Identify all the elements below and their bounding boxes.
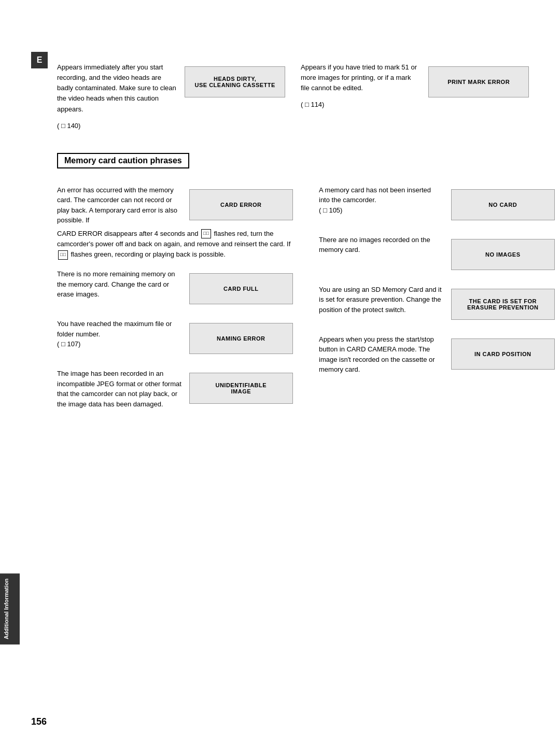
right-column: A memory card has not been inserted into…: [314, 185, 555, 419]
unidentifiable-box: UNIDENTIFIABLE IMAGE: [189, 373, 293, 404]
print-mark-text: Appears if you have tried to mark 51 or …: [301, 62, 421, 117]
card-error-text-top: An error has occurred with the memory ca…: [57, 185, 182, 225]
left-column: An error has occurred with the memory ca…: [57, 185, 298, 419]
card-full-box-area: CARD FULL: [189, 269, 293, 308]
card-full-text: There is no more remaining memory on the…: [57, 269, 182, 300]
in-card-position-entry: Appears when you press the start/stop bu…: [319, 334, 555, 375]
erasure-prevention-entry: You are using an SD Memory Card and it i…: [319, 285, 555, 324]
page: Additional Information E Appears immedia…: [0, 0, 560, 748]
erasure-prevention-box-area: THE CARD IS SET FOR ERASURE PREVENTION: [451, 285, 555, 324]
in-card-position-text: Appears when you press the start/stop bu…: [319, 334, 444, 375]
naming-error-entry: You have reached the maximum file or fol…: [57, 319, 293, 358]
section-heading: Memory card caution phrases: [57, 153, 189, 168]
heads-dirty-text: Appears immediately after you start reco…: [57, 62, 177, 137]
no-images-entry: There are no images recorded on the memo…: [319, 235, 555, 274]
erasure-prevention-text: You are using an SD Memory Card and it i…: [319, 285, 444, 315]
no-images-text: There are no images recorded on the memo…: [319, 235, 444, 255]
no-images-box-area: NO IMAGES: [451, 235, 555, 274]
no-card-entry: A memory card has not been inserted into…: [319, 185, 555, 224]
card-error-text-bottom: CARD ERROR disappears after 4 seconds an…: [57, 229, 293, 260]
card-error-box-area: CARD ERROR: [189, 185, 293, 224]
card-error-box: CARD ERROR: [189, 189, 293, 220]
no-card-text: A memory card has not been inserted into…: [319, 185, 444, 216]
naming-error-box: NAMING ERROR: [189, 323, 293, 354]
card-full-box: CARD FULL: [189, 273, 293, 304]
no-images-box: NO IMAGES: [451, 239, 555, 270]
erasure-prevention-box: THE CARD IS SET FOR ERASURE PREVENTION: [451, 289, 555, 320]
naming-error-box-area: NAMING ERROR: [189, 319, 293, 358]
heads-dirty-box-area: HEADS DIRTY, USE CLEANING CASSETTE: [185, 62, 285, 102]
unidentifiable-box-area: UNIDENTIFIABLE IMAGE: [189, 369, 293, 408]
heads-dirty-box: HEADS DIRTY, USE CLEANING CASSETTE: [185, 66, 285, 97]
no-card-box-area: NO CARD: [451, 185, 555, 224]
no-card-box: NO CARD: [451, 189, 555, 220]
page-number: 156: [31, 716, 47, 727]
unidentifiable-text: The image has been recorded in an incomp…: [57, 369, 182, 409]
in-card-position-box-area: IN CARD POSITION: [451, 334, 555, 374]
naming-error-text: You have reached the maximum file or fol…: [57, 319, 182, 349]
print-mark-box-area: PRINT MARK ERROR: [428, 62, 529, 102]
e-badge: E: [31, 52, 48, 68]
in-card-position-box: IN CARD POSITION: [451, 338, 555, 370]
card-error-entry: An error has occurred with the memory ca…: [57, 185, 293, 260]
card-full-entry: There is no more remaining memory on the…: [57, 269, 293, 308]
unidentifiable-entry: The image has been recorded in an incomp…: [57, 369, 293, 409]
print-mark-box: PRINT MARK ERROR: [428, 66, 529, 97]
sidebar-label: Additional Information: [0, 573, 20, 644]
